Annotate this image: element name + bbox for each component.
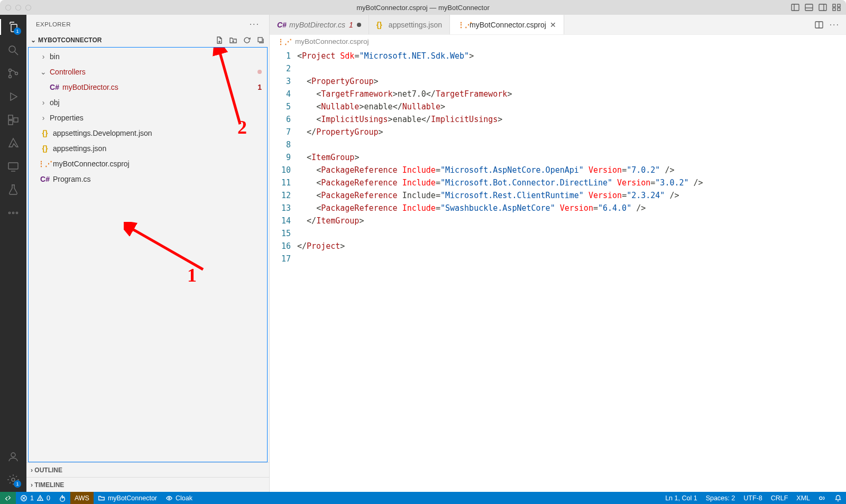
breadcrumb[interactable]: ⋮⋰ myBotConnector.csproj (270, 35, 846, 48)
remote-activity[interactable] (6, 160, 20, 173)
tree-file-program[interactable]: C#Program.cs (29, 171, 267, 186)
svg-rect-6 (833, 4, 835, 7)
svg-rect-19 (14, 118, 18, 122)
status-indent[interactable]: Spaces: 2 (702, 494, 740, 502)
tab-csproj[interactable]: ⋮⋰ myBotConnector.csproj ✕ (450, 15, 564, 34)
status-flame[interactable] (54, 492, 70, 504)
status-cursor-position[interactable]: Ln 1, Col 1 (661, 494, 701, 502)
feedback-icon (819, 494, 826, 502)
more-activity[interactable] (6, 206, 20, 220)
outline-section[interactable]: › OUTLINE (26, 462, 269, 477)
window-controls[interactable] (5, 5, 31, 11)
tree-folder-bin[interactable]: ›bin (29, 49, 267, 64)
error-icon (20, 494, 27, 502)
file-tree[interactable]: ›bin ⌄Controllers C#myBotDirector.cs1 ›o… (28, 47, 268, 462)
json-icon: {} (376, 21, 385, 29)
modified-dot-icon (258, 70, 262, 74)
azure-activity[interactable] (6, 136, 20, 150)
refresh-icon[interactable] (243, 36, 251, 44)
accounts-activity[interactable] (6, 450, 20, 463)
tree-file-appjson[interactable]: {}appsettings.json (29, 141, 267, 156)
close-tab-icon[interactable]: ✕ (550, 21, 556, 29)
new-file-icon[interactable] (215, 36, 224, 44)
editor-area: C# myBotDirector.cs 1 {} appsettings.jso… (270, 15, 846, 492)
status-aws[interactable]: AWS (70, 492, 94, 504)
svg-rect-18 (8, 120, 13, 125)
svg-point-40 (40, 499, 41, 500)
extensions-activity[interactable] (6, 113, 20, 127)
remote-indicator[interactable] (0, 492, 16, 504)
timeline-section[interactable]: › TIMELINE (26, 477, 269, 492)
source-control-activity[interactable] (6, 67, 20, 80)
svg-point-22 (8, 212, 10, 213)
tab-director[interactable]: C# myBotDirector.cs 1 (270, 15, 369, 34)
settings-badge: 1 (14, 480, 21, 488)
tree-folder-properties[interactable]: ›Properties (29, 110, 267, 125)
svg-line-11 (15, 52, 18, 55)
split-editor-icon[interactable] (815, 21, 823, 29)
max-dot[interactable] (25, 5, 31, 11)
min-dot[interactable] (15, 5, 21, 11)
status-cloak[interactable]: Cloak (161, 492, 197, 504)
svg-point-41 (169, 497, 170, 499)
close-dot[interactable] (5, 5, 11, 11)
tree-folder-obj[interactable]: ›obj (29, 95, 267, 110)
svg-point-23 (12, 212, 14, 213)
settings-activity[interactable]: 1 (6, 473, 20, 487)
status-encoding[interactable]: UTF-8 (739, 494, 766, 502)
annotation-label-1: 1 (187, 264, 197, 286)
status-feedback[interactable] (814, 494, 830, 502)
explorer-title: EXPLORER (36, 21, 71, 27)
status-bar: 1 0 AWS myBotConnector Cloak Ln 1, Col 1… (0, 492, 846, 504)
line-numbers: 1234567891011121314151617 (270, 48, 297, 492)
status-bell[interactable] (830, 494, 846, 502)
tree-file-appdev[interactable]: {}appsettings.Development.json (29, 125, 267, 141)
folder-icon (98, 494, 105, 502)
svg-point-25 (11, 453, 15, 457)
explorer-more-icon[interactable]: ··· (250, 20, 260, 29)
status-folder[interactable]: myBotConnector (94, 492, 161, 504)
warning-icon (36, 494, 44, 502)
customize-layout-icon[interactable] (832, 3, 841, 12)
eye-icon (165, 494, 173, 502)
status-eol[interactable]: CRLF (767, 494, 793, 502)
project-section-header[interactable]: ⌄ MYBOTCONNECTOR (26, 33, 269, 47)
new-folder-icon[interactable] (229, 36, 237, 44)
tree-folder-controllers[interactable]: ⌄Controllers (29, 64, 267, 79)
svg-marker-15 (11, 93, 17, 100)
svg-rect-9 (838, 8, 840, 11)
svg-rect-7 (838, 4, 840, 7)
window-title: myBotConnector.csproj — myBotConnector (356, 4, 489, 12)
svg-rect-4 (819, 4, 826, 11)
tree-file-csproj[interactable]: ⋮⋰myBotConnector.csproj (29, 156, 267, 171)
collapse-all-icon[interactable] (256, 36, 265, 44)
layout-controls[interactable] (791, 3, 841, 12)
activity-bar: 1 1 (0, 15, 26, 492)
status-language[interactable]: XML (792, 494, 814, 502)
tree-file-director[interactable]: C#myBotDirector.cs1 (29, 79, 267, 95)
svg-rect-2 (805, 4, 813, 11)
toggle-primary-sidebar-icon[interactable] (791, 3, 799, 12)
status-problems[interactable]: 1 0 (16, 492, 54, 504)
svg-rect-8 (833, 8, 835, 11)
annotation-label-2: 2 (237, 116, 247, 138)
bell-icon (834, 494, 842, 502)
toggle-panel-icon[interactable] (805, 3, 813, 12)
svg-point-24 (16, 212, 17, 213)
code-content[interactable]: <Project Sdk="Microsoft.NET.Sdk.Web"> <P… (297, 48, 703, 492)
toggle-secondary-sidebar-icon[interactable] (819, 3, 827, 12)
editor-tabs: C# myBotDirector.cs 1 {} appsettings.jso… (270, 15, 846, 35)
tab-more-icon[interactable]: ··· (830, 20, 840, 30)
tab-appsettings[interactable]: {} appsettings.json (369, 15, 450, 34)
search-activity[interactable] (6, 43, 20, 57)
csharp-icon: C# (277, 21, 286, 29)
debug-activity[interactable] (6, 90, 20, 104)
csproj-icon: ⋮⋰ (457, 21, 466, 29)
test-activity[interactable] (6, 183, 20, 197)
svg-rect-0 (792, 4, 799, 11)
explorer-sidebar: EXPLORER ··· ⌄ MYBOTCONNECTOR ›bin ⌄Cont… (26, 15, 270, 492)
code-editor[interactable]: 1234567891011121314151617 <Project Sdk="… (270, 48, 846, 492)
svg-line-32 (129, 227, 203, 269)
explorer-activity[interactable]: 1 (6, 20, 20, 34)
project-name: MYBOTCONNECTOR (38, 36, 102, 44)
